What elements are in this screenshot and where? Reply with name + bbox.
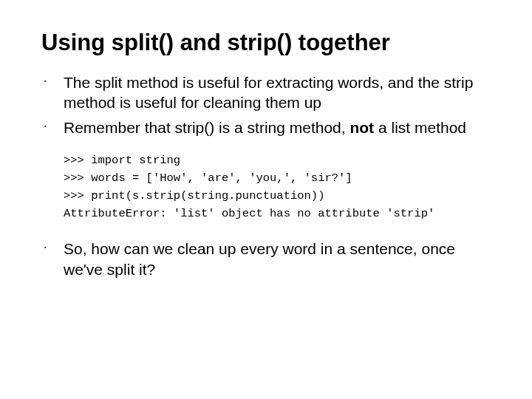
bullet-item: So, how can we clean up every word in a …	[41, 239, 491, 279]
bullet-list: The split method is useful for extractin…	[41, 72, 491, 138]
code-block: >>> import string >>> words = ['How', 'a…	[64, 151, 491, 222]
slide-title: Using split() and strip() together	[41, 30, 491, 56]
bullet-text: The split method is useful for extractin…	[64, 74, 473, 112]
code-line: >>> words = ['How', 'are', 'you,', 'sir?…	[64, 171, 352, 185]
bullet-text: So, how can we clean up every word in a …	[64, 240, 455, 278]
code-line: AttributeError: 'list' object has no att…	[64, 207, 434, 220]
code-line: >>> import string	[64, 154, 180, 167]
bullet-text-part: Remember that strip() is a string method…	[64, 119, 349, 136]
slide-content: Using split() and strip() together The s…	[0, 0, 532, 313]
bullet-item: The split method is useful for extractin…	[41, 72, 491, 113]
bullet-text-part: a list method	[374, 119, 466, 136]
bullet-bold-word: not	[349, 119, 374, 136]
bullet-list: So, how can we clean up every word in a …	[41, 239, 491, 279]
code-line: >>> print(s.strip(string.punctuation))	[64, 189, 324, 202]
bullet-item: Remember that strip() is a string method…	[41, 117, 491, 138]
